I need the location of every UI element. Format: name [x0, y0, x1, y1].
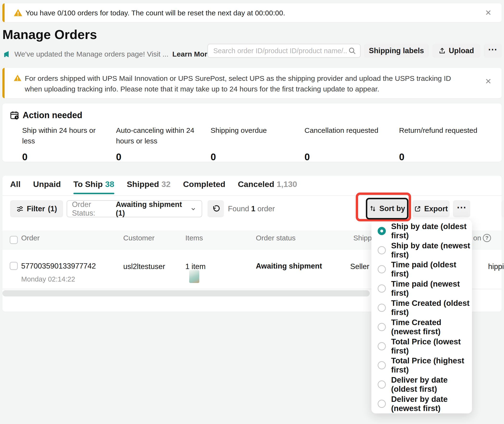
stat-value[interactable]: 0 — [399, 152, 404, 162]
sort-option-time-paid-newest[interactable]: Time paid (newest first) — [378, 279, 472, 298]
close-icon[interactable]: ✕ — [485, 77, 491, 85]
banner-accent-bar — [2, 3, 5, 22]
filter-label: Filter — [27, 205, 45, 213]
col-order-status: Order status — [256, 234, 296, 242]
order-status-label: Order Status: — [72, 200, 112, 218]
sort-option-time-created-oldest[interactable]: Time Created (oldest first) — [378, 298, 472, 317]
stat-label: Return/refund requested — [399, 125, 478, 136]
sort-menu: Ship by date (oldest first) Ship by date… — [371, 219, 472, 413]
sort-option-deliver-by-date-newest[interactable]: Deliver by date (newest first) — [378, 394, 472, 413]
announcement-text: We've updated the Manage orders page! Vi… — [14, 50, 168, 58]
filter-button[interactable]: Filter (1) — [10, 200, 63, 217]
col-order: Order — [21, 234, 40, 242]
sort-by-button[interactable]: Sort by — [366, 198, 408, 219]
action-needed-label: Action needed — [23, 110, 82, 120]
product-thumbnail[interactable] — [189, 270, 199, 283]
close-icon[interactable]: ✕ — [485, 9, 491, 17]
radio-icon — [378, 380, 386, 389]
tab-all[interactable]: All — [10, 180, 20, 194]
more-icon: ⋯ — [488, 44, 498, 55]
order-tabs: All Unpaid To Ship 38 Shipped 32 Complet… — [10, 180, 297, 194]
search-input[interactable] — [213, 47, 348, 55]
tab-label: Completed — [183, 180, 226, 189]
megaphone-icon — [3, 50, 11, 58]
stat-value[interactable]: 0 — [22, 152, 27, 162]
radio-selected-icon — [378, 227, 386, 235]
export-button[interactable]: Export — [412, 200, 450, 217]
radio-icon — [378, 246, 386, 254]
table-more-button[interactable]: ⋯ — [453, 200, 470, 217]
sort-by-label: Sort by — [379, 204, 405, 213]
tab-unpaid[interactable]: Unpaid — [33, 180, 61, 194]
tab-label: Unpaid — [33, 180, 61, 189]
ups-banner: For orders shipped with UPS Mail Innovat… — [2, 68, 502, 98]
stat-value[interactable]: 0 — [304, 152, 310, 162]
tab-to-ship[interactable]: To Ship 38 — [73, 180, 114, 194]
chevron-down-icon — [190, 205, 197, 212]
help-icon[interactable]: ? — [483, 234, 491, 242]
tab-count: 38 — [105, 180, 114, 189]
clipped-edge-button[interactable] — [501, 200, 504, 217]
sort-option-time-created-newest[interactable]: Time Created (newest first) — [378, 317, 472, 337]
sort-option-ship-by-date-oldest[interactable]: Ship by date (oldest first) — [378, 221, 472, 241]
tab-completed[interactable]: Completed — [183, 180, 226, 194]
order-status-select[interactable]: Order Status: Awaiting shipment (1) — [67, 200, 202, 217]
horizontal-scrollbar[interactable] — [2, 290, 370, 296]
shipping-labels-label: Shipping labels — [369, 46, 424, 55]
order-id[interactable]: 577003590133977742 — [21, 262, 96, 270]
found-suffix: order — [257, 205, 275, 213]
sort-option-ship-by-date-newest[interactable]: Ship by date (newest first) — [378, 241, 472, 260]
export-label: Export — [424, 205, 448, 213]
more-icon: ⋯ — [457, 202, 467, 213]
stat-value[interactable]: 0 — [211, 152, 216, 162]
page-title: Manage Orders — [2, 27, 97, 42]
reset-filters-button[interactable] — [207, 200, 224, 217]
manage-orders-page: You have 0/100 orders for today. The cou… — [0, 0, 504, 424]
radio-icon — [378, 284, 386, 293]
shipping-labels-button[interactable]: Shipping labels — [364, 44, 429, 58]
sort-option-total-price-highest[interactable]: Total Price (highest first) — [378, 356, 472, 375]
row-checkbox[interactable] — [10, 262, 18, 270]
warning-icon — [13, 74, 22, 82]
sort-option-total-price-lowest[interactable]: Total Price (lowest first) — [378, 337, 472, 356]
stat-label: Shipping overdue — [211, 125, 290, 136]
radio-icon — [378, 265, 386, 273]
header-more-button[interactable]: ⋯ — [484, 44, 502, 58]
tab-count: 32 — [162, 180, 171, 189]
sort-option-label: Total Price (lowest first) — [391, 337, 472, 355]
banner-accent-bar — [2, 68, 5, 98]
found-prefix: Found — [228, 205, 249, 213]
order-status-value: Awaiting shipment — [256, 262, 322, 270]
sort-option-label: Time Created (oldest first) — [391, 299, 472, 317]
tab-label: To Ship — [73, 180, 103, 189]
tab-label: Canceled — [238, 180, 274, 189]
learn-more-link[interactable]: Learn More — [172, 50, 211, 58]
warning-icon — [13, 8, 23, 17]
upload-button[interactable]: Upload — [433, 44, 480, 58]
tab-shipped[interactable]: Shipped 32 — [127, 180, 171, 194]
col-customer: Customer — [123, 234, 155, 242]
sort-option-deliver-by-date-oldest[interactable]: Deliver by date (oldest first) — [378, 375, 472, 394]
action-needed-card: Action needed Ship within 24 hours or le… — [2, 103, 502, 162]
tab-canceled[interactable]: Canceled 1,130 — [238, 180, 297, 194]
upload-icon — [439, 47, 446, 54]
stat-label: Cancellation requested — [304, 125, 384, 136]
reset-icon — [211, 205, 220, 213]
select-all-checkbox[interactable] — [10, 236, 18, 244]
customer-name[interactable]: usl2ltestuser — [123, 262, 165, 271]
sort-option-time-paid-oldest[interactable]: Time paid (oldest first) — [378, 260, 472, 279]
tabs-divider — [2, 195, 502, 196]
stat-value[interactable]: 0 — [116, 152, 121, 162]
stat-label: Ship within 24 hours or less — [22, 125, 102, 146]
tab-label: All — [10, 180, 20, 189]
sort-option-label: Deliver by date (newest first) — [391, 395, 472, 413]
ups-banner-text: For orders shipped with UPS Mail Innovat… — [25, 73, 460, 94]
search-icon[interactable] — [348, 47, 356, 55]
sort-icon — [369, 205, 376, 212]
action-needed-title: Action needed — [10, 110, 82, 120]
quota-banner: You have 0/100 orders for today. The cou… — [2, 3, 502, 22]
found-orders-text: Found 1 order — [228, 205, 275, 213]
col-shipping-left-fragment: Shippi — [353, 234, 373, 242]
col-items: Items — [185, 234, 203, 242]
radio-icon — [378, 361, 386, 369]
